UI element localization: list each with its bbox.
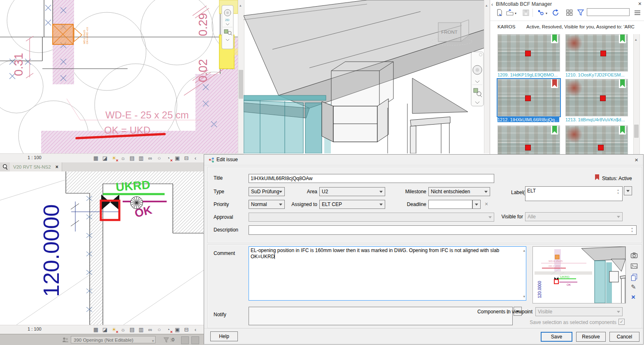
shadows-icon[interactable]: ☼ <box>119 326 128 334</box>
view-scale[interactable]: 1 : 100 <box>28 326 42 331</box>
sun-path-icon[interactable]: ☀✕ <box>109 154 119 162</box>
detail-level-icon[interactable]: ▦ <box>91 154 100 162</box>
bcf-search-input[interactable] <box>587 8 630 16</box>
crop-view-icon[interactable]: ▤ <box>128 154 137 162</box>
deadline-dropdown-button[interactable] <box>472 200 481 209</box>
view-tab[interactable]: V20 RVT SN-NS2 × <box>10 162 62 171</box>
plan-view-top[interactable]: WD-E 25x25 OK=UKRD +33 0.31 0.29 0.02 WD… <box>0 0 244 153</box>
collapse-icon[interactable]: ‹ <box>191 154 200 162</box>
labels-box[interactable]: ELT <box>525 186 623 201</box>
labels-spinner[interactable] <box>616 188 621 195</box>
issue-thumbnail[interactable] <box>565 34 628 72</box>
issue-card[interactable] <box>498 125 560 154</box>
displaced-elements-icon[interactable]: ▣ <box>173 326 182 334</box>
new-issue-icon[interactable] <box>495 9 504 17</box>
selection-filter-icon[interactable] <box>163 337 170 343</box>
connection-icon[interactable] <box>537 9 545 17</box>
issue-caption[interactable]: 1209. 1HdKP19gLE9QBMO... <box>498 72 559 77</box>
temporary-hide-icon[interactable]: ∞ <box>146 326 155 334</box>
priority-select[interactable]: Normal <box>249 200 285 209</box>
temporary-hide-icon[interactable]: ∞ <box>146 154 155 162</box>
type-select[interactable]: SuD Prüfung <box>249 187 285 196</box>
description-input[interactable] <box>249 225 637 235</box>
issue-thumbnail[interactable] <box>498 34 560 72</box>
render-icon[interactable]: ◔✕ <box>164 326 173 334</box>
issue-thumbnail[interactable] <box>565 79 628 116</box>
crop-region-icon[interactable]: ▥ <box>137 326 146 334</box>
visual-style-icon[interactable]: ◪ <box>100 326 109 334</box>
save-button[interactable]: Save <box>541 332 572 342</box>
camera-icon[interactable] <box>630 252 638 259</box>
displaced-elements-icon[interactable]: ▣ <box>173 154 182 162</box>
viewpoint-preview[interactable]: WD-E 25x25 OK = UKD 120.0000 UKRD OK <box>532 246 626 303</box>
scroll-up-icon[interactable] <box>239 1 242 8</box>
labels-dropdown-button[interactable] <box>624 186 632 195</box>
filter-icon[interactable] <box>577 9 585 17</box>
reveal-hidden-icon[interactable]: ○ <box>155 326 164 334</box>
help-button[interactable]: Help <box>210 331 238 341</box>
tab-close-icon[interactable]: × <box>56 164 58 170</box>
cancel-button[interactable]: Cancel <box>609 332 639 342</box>
selection-filter-dropdown[interactable]: 390 Openings (Not Editable) <box>71 336 156 343</box>
dialog-title-bar[interactable]: Edit issue × <box>204 155 643 165</box>
description-spinner[interactable] <box>630 227 635 233</box>
issue-card-selected[interactable]: 1212. 1IHXkUIML66RI8cjQq... <box>498 79 560 122</box>
open-bcf-icon[interactable] <box>506 9 514 17</box>
deadline-input[interactable] <box>428 200 472 209</box>
scroll-down-icon[interactable] <box>523 293 525 300</box>
title-input[interactable]: 1IHXkUIML66RI8cjQq8OAw <box>249 174 494 183</box>
approval-select[interactable] <box>249 213 494 222</box>
issue-card[interactable]: 1209. 1HdKP19gLE9QBMO... <box>498 34 560 77</box>
menu-icon[interactable] <box>633 9 642 17</box>
visual-style-icon[interactable]: ◪ <box>100 154 109 162</box>
reveal-hidden-icon[interactable]: ○ <box>155 154 164 162</box>
issue-caption[interactable]: 1213. 1ttBmqU4r8VuVKn$d... <box>565 117 627 122</box>
issue-card[interactable]: 1213. 1ttBmqU4r8VuVKn$d... <box>565 79 628 122</box>
resolve-button[interactable]: Resolve <box>576 332 606 342</box>
remove-viewpoint-icon[interactable]: × <box>631 293 635 301</box>
issue-caption[interactable]: 1210. 1OosKy7JD2FOESM... <box>565 72 627 77</box>
scroll-up-icon[interactable] <box>635 35 637 42</box>
render-icon[interactable]: ◔✕ <box>164 154 173 162</box>
refresh-icon[interactable] <box>552 9 560 17</box>
view-3d[interactable]: FRONT <box>244 0 490 153</box>
deadline-clear-icon[interactable]: × <box>485 201 488 207</box>
scrollbar-thumb[interactable] <box>634 125 639 138</box>
crop-region-icon[interactable]: ▥ <box>137 154 146 162</box>
navigation-bar-3d[interactable] <box>471 52 484 106</box>
edit-pencil-icon[interactable]: ✎ <box>631 283 636 291</box>
save-selection-checkbox[interactable]: ✓ <box>618 319 625 325</box>
open-dropdown-icon[interactable]: ▾ <box>515 12 516 15</box>
exclusion-toggle-icon[interactable] <box>191 336 199 344</box>
view-scale[interactable]: 1 : 100 <box>28 155 42 160</box>
connection-dropdown-icon[interactable]: ▾ <box>546 12 547 15</box>
scroll-up-icon[interactable] <box>523 247 525 254</box>
project-name[interactable]: KAIROS <box>498 24 515 29</box>
grid-view-icon[interactable] <box>565 9 574 17</box>
measure-icon[interactable]: ⊟ <box>182 154 191 162</box>
crop-view-icon[interactable]: ▤ <box>128 326 137 334</box>
issue-card[interactable]: 1210. 1OosKy7JD2FOESM... <box>565 34 628 77</box>
collapse-icon[interactable]: ‹ <box>191 326 200 334</box>
dialog-close-icon[interactable]: × <box>635 156 638 163</box>
filter-summary[interactable]: Active, Resolved, Visible for you, Assig… <box>526 24 636 29</box>
plan-view-bottom[interactable]: 120.0000 UKRD OK <box>0 171 204 325</box>
copy-icon[interactable] <box>630 273 638 281</box>
scrollbar-thumb[interactable] <box>239 70 243 99</box>
pin-icon[interactable] <box>2 163 9 171</box>
comment-textarea[interactable]: EL-opening position in IFC is 160mm lowe… <box>249 246 526 301</box>
image-icon[interactable] <box>630 262 638 270</box>
issue-caption[interactable]: 1212. 1IHXkUIML66RI8cjQq... <box>498 117 559 122</box>
issues-scrollbar[interactable] <box>633 34 640 154</box>
issue-card[interactable] <box>565 125 628 154</box>
scroll-up-icon[interactable] <box>486 1 488 8</box>
milestone-select[interactable]: Nicht entschieden <box>428 187 490 196</box>
issue-thumbnail[interactable] <box>498 125 560 154</box>
sun-path-icon[interactable]: ☀✕ <box>109 326 119 334</box>
shadows-icon[interactable]: ☼ <box>119 154 128 162</box>
detail-level-icon[interactable]: ▦ <box>91 326 100 334</box>
area-select[interactable]: U2 <box>319 187 385 196</box>
navigation-bar-2d[interactable]: 2D <box>222 5 233 49</box>
assigned-to-select[interactable]: ELT CEP <box>319 200 385 209</box>
panel-close-icon[interactable]: × <box>638 1 642 7</box>
